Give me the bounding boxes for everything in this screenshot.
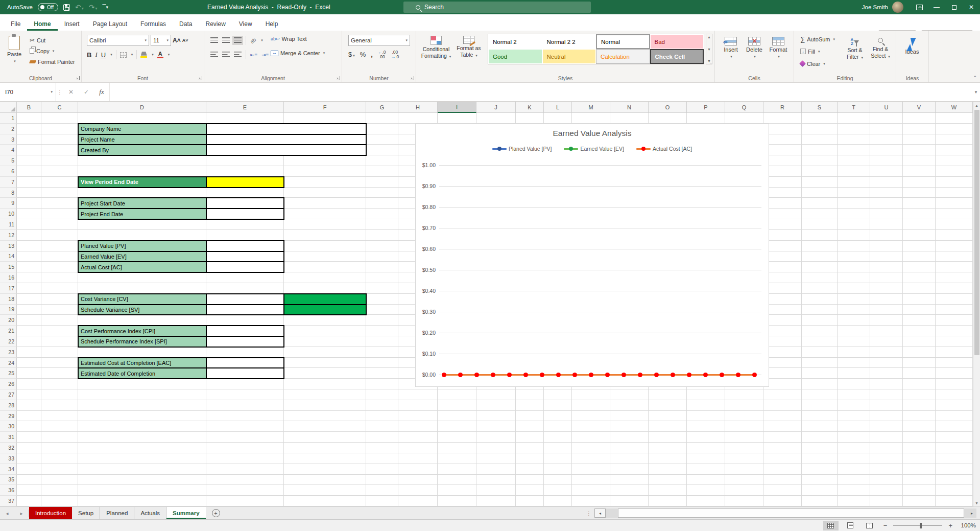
fill-color-dropdown-icon[interactable]: ▾ xyxy=(152,53,154,57)
value-cell[interactable] xyxy=(206,177,284,188)
bottom-align-button[interactable] xyxy=(234,37,242,43)
row-header-16[interactable]: 16 xyxy=(0,272,17,283)
expand-formula-bar-button[interactable]: ▾ xyxy=(972,83,980,101)
row-header-36[interactable]: 36 xyxy=(0,485,17,496)
autosave-toggle[interactable]: Off xyxy=(38,3,58,11)
accounting-format-button[interactable]: $▾ xyxy=(348,51,355,58)
menu-tab-data[interactable]: Data xyxy=(173,17,199,31)
horizontal-scrollbar-thumb[interactable] xyxy=(618,509,964,518)
menu-tab-file[interactable]: File xyxy=(4,17,27,31)
sheet-tab-summary[interactable]: Summary xyxy=(166,507,205,519)
column-header-Q[interactable]: Q xyxy=(725,102,763,113)
row-header-33[interactable]: 33 xyxy=(0,453,17,464)
styles-scroll-down-icon[interactable]: ▼ xyxy=(707,48,711,51)
format-painter-button[interactable]: Format Painter xyxy=(29,56,76,67)
restore-button[interactable] xyxy=(945,0,963,14)
column-header-H[interactable]: H xyxy=(398,102,438,113)
value-cell[interactable] xyxy=(206,294,284,305)
column-header-D[interactable]: D xyxy=(78,102,206,113)
column-header-J[interactable]: J xyxy=(476,102,516,113)
cell-style-check-cell[interactable]: Check Cell xyxy=(650,49,704,64)
styles-gallery-scrollbar[interactable]: ▲ ▼ ▼̲ xyxy=(706,34,712,64)
value-cell[interactable] xyxy=(206,326,284,336)
cell-style-bad[interactable]: Bad xyxy=(650,34,704,49)
value-cell[interactable] xyxy=(206,198,284,209)
row-header-32[interactable]: 32 xyxy=(0,443,17,453)
menu-tab-view[interactable]: View xyxy=(232,17,259,31)
collapse-ribbon-button[interactable]: ⌃ xyxy=(973,75,977,80)
search-box[interactable]: Search xyxy=(403,2,591,13)
scroll-up-icon[interactable]: ▲ xyxy=(973,102,980,109)
zoom-out-button[interactable]: − xyxy=(881,522,890,529)
increase-indent-button[interactable]: ⇥≡ xyxy=(261,52,269,58)
menu-tab-home[interactable]: Home xyxy=(27,17,57,31)
borders-dropdown-icon[interactable]: ▾ xyxy=(131,53,133,57)
autosum-button[interactable]: ∑ AutoSum ▾ xyxy=(799,34,836,44)
row-header-31[interactable]: 31 xyxy=(0,432,17,443)
wrap-text-button[interactable]: ab↩ Wrap Text xyxy=(271,36,307,42)
row-header-37[interactable]: 37 xyxy=(0,496,17,506)
underline-dropdown-icon[interactable]: ▾ xyxy=(110,53,112,57)
sheet-tab-introduction[interactable]: Introduction xyxy=(29,507,72,519)
row-header-23[interactable]: 23 xyxy=(0,347,17,358)
column-header-S[interactable]: S xyxy=(802,102,838,113)
alignment-dialog-launcher[interactable] xyxy=(336,76,340,80)
font-color-button[interactable]: A xyxy=(157,51,163,59)
value-cell[interactable] xyxy=(206,305,284,315)
cell-style-calculation[interactable]: Calculation xyxy=(596,49,650,64)
insert-function-button[interactable]: fx xyxy=(94,83,109,101)
name-box[interactable]: I70 ▾ xyxy=(0,83,56,101)
value-cell[interactable] xyxy=(206,368,284,379)
increase-decimal-button[interactable]: ←.0.00 xyxy=(378,50,386,59)
row-header-35[interactable]: 35 xyxy=(0,475,17,486)
menu-tab-help[interactable]: Help xyxy=(259,17,285,31)
quick-access-toolbar-menu[interactable]: ▔▾ xyxy=(103,5,108,10)
cell-style-normal-2[interactable]: Normal 2 xyxy=(488,34,542,49)
column-header-V[interactable]: V xyxy=(903,102,936,113)
zoom-level[interactable]: 100% xyxy=(959,522,976,528)
comma-style-button[interactable]: , xyxy=(371,51,373,58)
row-header-22[interactable]: 22 xyxy=(0,336,17,347)
earned-value-chart[interactable]: Earned Value Analysis Planed Value [PV]E… xyxy=(415,124,769,387)
row-header-18[interactable]: 18 xyxy=(0,294,17,305)
cell-style-neutral[interactable]: Neutral xyxy=(542,49,596,64)
row-header-6[interactable]: 6 xyxy=(0,166,17,177)
paste-button[interactable]: Paste ▾ xyxy=(3,33,26,72)
row-header-9[interactable]: 9 xyxy=(0,198,17,209)
value-cell[interactable] xyxy=(206,241,284,251)
h-scroll-right-button[interactable]: ▸ xyxy=(967,509,977,518)
h-scroll-left-button[interactable]: ◂ xyxy=(594,509,606,518)
value-cell[interactable] xyxy=(206,336,284,347)
tab-split-handle[interactable]: ⋮ xyxy=(586,507,591,520)
delete-cells-button[interactable]: ✕ Delete ▾ xyxy=(744,34,765,59)
fill-color-button[interactable] xyxy=(140,52,147,58)
sort-filter-button[interactable]: AZ Sort & Filter ▾ xyxy=(843,35,867,60)
number-dialog-launcher[interactable] xyxy=(410,76,414,80)
italic-button[interactable]: I xyxy=(95,51,97,59)
column-header-N[interactable]: N xyxy=(610,102,649,113)
page-break-view-button[interactable] xyxy=(862,521,877,530)
value-cell[interactable] xyxy=(206,134,366,145)
row-header-21[interactable]: 21 xyxy=(0,326,17,336)
column-header-E[interactable]: E xyxy=(206,102,284,113)
zoom-slider-thumb[interactable] xyxy=(920,523,922,528)
zoom-in-button[interactable]: + xyxy=(946,522,954,529)
underline-button[interactable]: U xyxy=(101,51,106,59)
column-header-I[interactable]: I xyxy=(438,102,476,113)
column-header-R[interactable]: R xyxy=(763,102,802,113)
conditional-formatting-button[interactable]: Conditional Formatting ▾ xyxy=(420,33,452,59)
menu-tab-formulas[interactable]: Formulas xyxy=(134,17,173,31)
menu-tab-review[interactable]: Review xyxy=(199,17,232,31)
decrease-indent-button[interactable]: ⇤≡ xyxy=(250,52,257,58)
sheet-tab-setup[interactable]: Setup xyxy=(72,507,100,519)
copy-button[interactable]: Copy ▾ xyxy=(29,45,76,56)
merge-center-button[interactable]: Merge & Center ▾ xyxy=(271,50,325,56)
row-header-12[interactable]: 12 xyxy=(0,230,17,241)
row-header-17[interactable]: 17 xyxy=(0,283,17,294)
middle-align-button[interactable] xyxy=(222,37,230,43)
value-cell[interactable] xyxy=(206,251,284,262)
close-button[interactable]: ✕ xyxy=(963,0,980,14)
column-header-F[interactable]: F xyxy=(284,102,366,113)
select-all-button[interactable] xyxy=(0,102,17,113)
scroll-down-icon[interactable]: ▼ xyxy=(973,499,980,506)
